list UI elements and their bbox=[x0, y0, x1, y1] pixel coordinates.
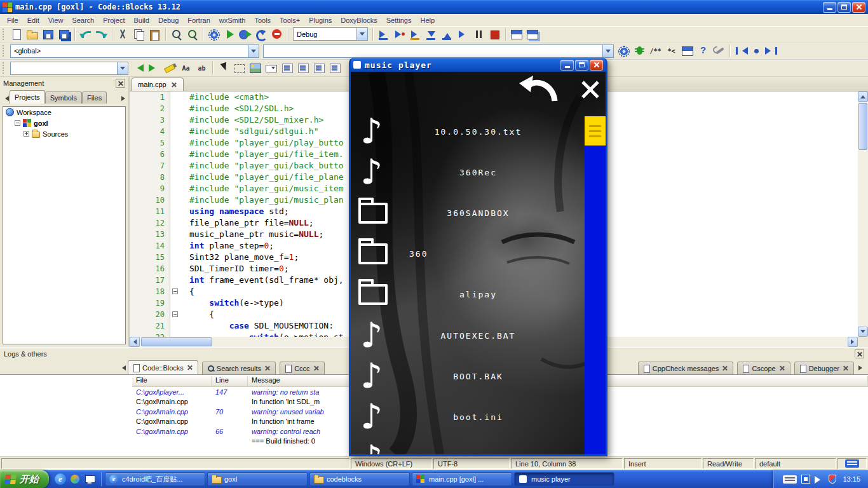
new-file-icon[interactable] bbox=[9, 27, 24, 41]
ie-quicklaunch-icon[interactable] bbox=[55, 473, 66, 485]
file-list-item[interactable]: ♪boot.ini bbox=[351, 396, 606, 437]
menu-item-tools[interactable]: Tools+ bbox=[275, 15, 304, 25]
player-menu-button[interactable] bbox=[585, 116, 606, 146]
menu-item-wxsmith[interactable]: wxSmith bbox=[215, 15, 250, 25]
task-button-goxl[interactable]: goxl bbox=[207, 472, 308, 486]
file-list-item[interactable]: ♪ bbox=[351, 438, 606, 455]
next-instruction-icon[interactable] bbox=[456, 27, 470, 41]
tab-close-icon[interactable] bbox=[186, 364, 193, 371]
tab-close-icon[interactable] bbox=[170, 81, 177, 88]
redo-icon[interactable] bbox=[94, 27, 109, 41]
log-tab-debugger[interactable]: Debugger bbox=[794, 362, 854, 374]
scroll-right-icon[interactable] bbox=[848, 337, 858, 347]
file-list-item[interactable]: alipay bbox=[351, 274, 606, 315]
editor-vscrollbar[interactable] bbox=[858, 92, 868, 337]
highlight-all-icon[interactable] bbox=[163, 61, 177, 75]
scroll-left-icon[interactable] bbox=[130, 337, 140, 347]
bug-report-icon[interactable] bbox=[632, 44, 647, 58]
dropdown-arrow-icon[interactable] bbox=[248, 45, 259, 57]
player-minimize-button[interactable] bbox=[560, 60, 574, 71]
fold-margin[interactable] bbox=[170, 286, 180, 297]
player-close-icon[interactable] bbox=[580, 79, 600, 100]
tab-scroll-left-icon[interactable] bbox=[1, 93, 10, 104]
file-list-item[interactable]: ♪AUTOEXEC.BAT bbox=[351, 315, 606, 356]
doxy-line-comment-icon[interactable]: *< bbox=[664, 44, 679, 58]
undo-icon[interactable] bbox=[78, 27, 93, 41]
symbol-filter-combo[interactable] bbox=[263, 44, 614, 58]
player-close-button[interactable] bbox=[590, 60, 603, 71]
layout-grid-icon[interactable] bbox=[327, 61, 342, 75]
management-tab-symbols[interactable]: Symbols bbox=[45, 92, 82, 104]
menu-item-project[interactable]: Project bbox=[98, 15, 129, 25]
menu-item-doxyblocks[interactable]: DoxyBlocks bbox=[336, 15, 381, 25]
close-button[interactable] bbox=[852, 2, 865, 13]
task-button-c4droid[interactable]: c4droid吧_百度贴... bbox=[105, 472, 205, 486]
task-button-codeblocks[interactable]: codeblocks bbox=[309, 472, 410, 486]
doxy-block-comment-icon[interactable]: /** bbox=[648, 44, 663, 58]
run-to-cursor-icon[interactable] bbox=[392, 27, 407, 41]
various-info-icon[interactable] bbox=[525, 27, 539, 41]
tray-keyboard-icon[interactable] bbox=[783, 475, 797, 484]
tray-volume-icon[interactable] bbox=[815, 476, 824, 484]
replace-icon[interactable] bbox=[185, 27, 200, 41]
menu-item-plugins[interactable]: Plugins bbox=[304, 15, 336, 25]
build-target-combo[interactable]: Debug bbox=[293, 27, 368, 41]
tab-close-icon[interactable] bbox=[313, 365, 320, 372]
task-button-music-player[interactable]: music player bbox=[514, 472, 614, 486]
tree-item-workspace[interactable]: Workspace bbox=[3, 107, 125, 118]
find-icon[interactable] bbox=[169, 27, 184, 41]
menu-item-help[interactable]: Help bbox=[416, 15, 439, 25]
step-out-icon[interactable] bbox=[440, 27, 454, 41]
build-icon[interactable] bbox=[207, 27, 221, 41]
cppcheck-icon[interactable] bbox=[616, 44, 631, 58]
logs-tab-scroll-left-icon[interactable] bbox=[118, 362, 126, 373]
menu-item-fortran[interactable]: Fortran bbox=[183, 15, 214, 25]
rebuild-icon[interactable] bbox=[254, 27, 269, 41]
incremental-search-combo[interactable] bbox=[10, 62, 128, 75]
dropdown-arrow-icon[interactable] bbox=[602, 45, 613, 57]
menu-item-edit[interactable]: Edit bbox=[23, 15, 44, 25]
player-titlebar[interactable]: music player bbox=[351, 58, 606, 72]
tab-close-icon[interactable] bbox=[778, 365, 785, 372]
menu-item-debug[interactable]: Debug bbox=[154, 15, 183, 25]
editor-tab-maincpp[interactable]: main.cpp bbox=[132, 78, 184, 91]
align-right-icon[interactable] bbox=[311, 61, 326, 75]
abort-build-icon[interactable] bbox=[270, 27, 285, 41]
dropdown-arrow-icon[interactable] bbox=[356, 28, 367, 40]
tab-scroll-right-icon[interactable] bbox=[120, 93, 128, 104]
build-and-run-icon[interactable] bbox=[238, 27, 253, 41]
file-list-item[interactable]: ♪BOOT.BAK bbox=[351, 356, 606, 396]
management-tab-files[interactable]: Files bbox=[82, 92, 107, 104]
tree-item-sources[interactable]: Sources bbox=[3, 128, 125, 139]
logs-tab-scroll-right-icon[interactable] bbox=[857, 362, 865, 373]
browse-back-icon[interactable] bbox=[733, 44, 748, 58]
management-close-button[interactable] bbox=[116, 79, 125, 88]
vscroll-thumb[interactable] bbox=[858, 103, 867, 150]
debugging-windows-icon[interactable] bbox=[509, 27, 524, 41]
log-tab-cppcheck-messages[interactable]: CppCheck messages bbox=[638, 362, 734, 374]
dropdown-arrow-icon[interactable] bbox=[117, 62, 128, 74]
logs-close-button[interactable] bbox=[855, 349, 864, 358]
player-maximize-button[interactable] bbox=[575, 60, 588, 71]
tray-language-icon[interactable] bbox=[801, 475, 810, 484]
run-icon[interactable] bbox=[222, 27, 237, 41]
open-file-icon[interactable] bbox=[25, 27, 39, 41]
browse-forward-icon[interactable] bbox=[765, 44, 780, 58]
copy-icon[interactable] bbox=[132, 27, 146, 41]
save-icon[interactable] bbox=[41, 27, 55, 41]
save-all-icon[interactable] bbox=[57, 27, 71, 41]
tab-close-icon[interactable] bbox=[842, 365, 849, 372]
file-list-item[interactable]: 360 bbox=[351, 234, 606, 274]
show-desktop-icon[interactable] bbox=[84, 473, 95, 485]
log-column-file[interactable]: File bbox=[132, 376, 212, 386]
maximize-button[interactable] bbox=[837, 2, 851, 13]
browse-marker-icon[interactable] bbox=[749, 44, 764, 58]
menu-item-file[interactable]: File bbox=[3, 15, 23, 25]
scroll-up-icon[interactable] bbox=[858, 92, 868, 102]
step-into-icon[interactable] bbox=[424, 27, 438, 41]
search-prev-icon[interactable] bbox=[131, 61, 146, 75]
tray-safety-icon[interactable] bbox=[829, 475, 836, 484]
doxywizard-icon[interactable] bbox=[680, 44, 695, 58]
file-list-item[interactable]: ♪10.0.50.30.txt bbox=[351, 111, 606, 152]
management-tab-projects[interactable]: Projects bbox=[10, 90, 45, 104]
